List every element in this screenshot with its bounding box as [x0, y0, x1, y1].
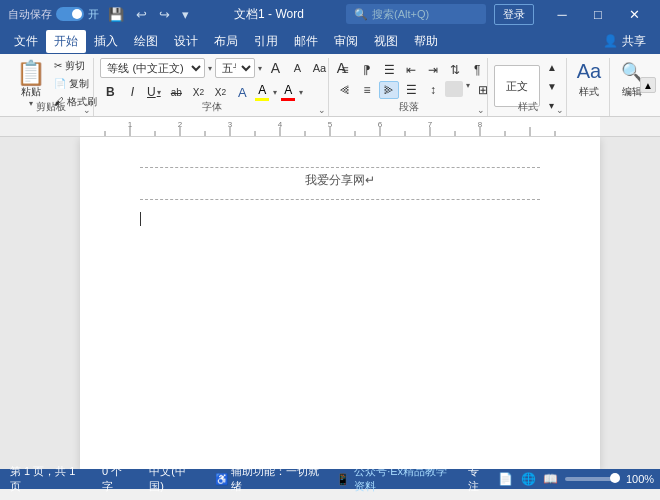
web-view-button[interactable]: 🌐: [520, 471, 536, 487]
bold-button[interactable]: B: [100, 82, 120, 102]
bullets-button[interactable]: ≡: [335, 61, 355, 79]
ruler: 1 2 3 4 5 6 7 8: [0, 117, 660, 137]
align-left-button[interactable]: ⫷: [335, 81, 355, 99]
style-scroll-up[interactable]: ▲: [542, 58, 562, 76]
font-size-arrow[interactable]: ▾: [257, 64, 263, 73]
autosave-on-label: 开: [88, 7, 99, 22]
justify-button[interactable]: ☰: [401, 81, 421, 99]
numbering-button[interactable]: ⁋: [357, 61, 377, 79]
multilevel-list-button[interactable]: ☰: [379, 61, 399, 79]
document-title: 文档1 - Word: [192, 6, 346, 23]
left-margin: [0, 137, 80, 469]
styles-pane-label: 样式: [579, 85, 599, 99]
menu-layout[interactable]: 布局: [206, 30, 246, 53]
close-button[interactable]: ✕: [616, 0, 652, 28]
font-decrease-button[interactable]: A: [287, 58, 307, 78]
highlight-icon: A: [258, 83, 266, 97]
undo-icon[interactable]: ↩: [133, 5, 150, 24]
title-bar-icons: 💾 ↩ ↪ ▾: [105, 5, 192, 24]
paragraph-content: ≡ ⁋ ☰ ⇤ ⇥ ⇅ ¶ ⫷ ≡ ⫸ ☰ ↕: [335, 58, 483, 102]
strikethrough-button[interactable]: ab: [166, 82, 186, 102]
change-case-button[interactable]: Aa: [309, 58, 329, 78]
paste-label: 粘贴: [21, 85, 41, 99]
font-color-arrow[interactable]: ▾: [298, 88, 304, 97]
menu-home[interactable]: 开始: [46, 30, 86, 53]
svg-text:4: 4: [278, 120, 283, 129]
page-info[interactable]: 第 1 页，共 1 页: [6, 463, 88, 495]
font-color-button[interactable]: A: [280, 82, 296, 102]
menu-draw[interactable]: 绘图: [126, 30, 166, 53]
svg-text:2: 2: [178, 120, 183, 129]
font-expand-icon[interactable]: ⌄: [318, 105, 326, 115]
cut-button[interactable]: ✂ 剪切: [52, 58, 99, 74]
decrease-indent-button[interactable]: ⇤: [401, 61, 421, 79]
menu-design[interactable]: 设计: [166, 30, 206, 53]
paragraph-expand-icon[interactable]: ⌄: [477, 105, 485, 115]
sort-button[interactable]: ⇅: [445, 61, 465, 79]
font-face-select[interactable]: 等线 (中文正文): [100, 58, 205, 78]
svg-text:6: 6: [378, 120, 383, 129]
italic-button[interactable]: I: [122, 82, 142, 102]
editing-group: Aa 样式: [569, 58, 610, 116]
header-text: 我爱分享网↵: [140, 172, 540, 189]
subscript-button[interactable]: X2: [188, 82, 208, 102]
collapse-ribbon-button[interactable]: ▲: [640, 77, 656, 93]
underline-button[interactable]: U ▾: [144, 82, 164, 102]
underline-arrow[interactable]: ▾: [156, 88, 162, 97]
font-color-icon: A: [284, 83, 292, 97]
customize-icon[interactable]: ▾: [179, 5, 192, 24]
zoom-slider[interactable]: [565, 477, 620, 481]
search-box[interactable]: 🔍: [346, 4, 486, 24]
styles-expand-icon[interactable]: ⌄: [556, 105, 564, 115]
style-scroll-down[interactable]: ▼: [542, 77, 562, 95]
highlight-arrow[interactable]: ▾: [272, 88, 278, 97]
autosave-toggle[interactable]: [56, 7, 84, 21]
text-effects-button[interactable]: A: [232, 82, 252, 102]
styles-pane-button[interactable]: Aa 样式: [571, 58, 607, 100]
page-content: 我爱分享网↵: [80, 137, 600, 260]
styles-group: 正文 ▲ ▼ ▾ 样式 ⌄: [490, 58, 567, 116]
title-bar: 自动保存 开 💾 ↩ ↪ ▾ 文档1 - Word 🔍 登录 ─ □ ✕: [0, 0, 660, 28]
clipboard-expand-icon[interactable]: ⌄: [83, 105, 91, 115]
font-increase-button[interactable]: A: [265, 58, 285, 78]
redo-icon[interactable]: ↪: [156, 5, 173, 24]
increase-indent-button[interactable]: ⇥: [423, 61, 443, 79]
align-center-button[interactable]: ≡: [357, 81, 377, 99]
document-page[interactable]: 我爱分享网↵: [80, 137, 600, 469]
ruler-inner: 1 2 3 4 5 6 7 8: [80, 117, 600, 136]
share-button[interactable]: 👤 共享: [595, 31, 654, 52]
menu-review[interactable]: 审阅: [326, 30, 366, 53]
font-face-arrow[interactable]: ▾: [207, 64, 213, 73]
ruler-svg: 1 2 3 4 5 6 7 8: [80, 117, 600, 137]
align-right-button[interactable]: ⫸: [379, 81, 399, 99]
show-marks-button[interactable]: ¶: [467, 61, 487, 79]
print-view-button[interactable]: 📄: [498, 471, 514, 487]
shading-button[interactable]: [445, 81, 463, 97]
minimize-button[interactable]: ─: [544, 0, 580, 28]
menu-references[interactable]: 引用: [246, 30, 286, 53]
clipboard-group: 📋 粘贴 ▾ ✂ 剪切 📄 复制 🖌 格式刷 剪贴板 ⌄: [8, 58, 94, 116]
font-size-select[interactable]: 五号: [215, 58, 255, 78]
para-row-1: ≡ ⁋ ☰ ⇤ ⇥ ⇅ ¶: [335, 61, 501, 79]
menu-view[interactable]: 视图: [366, 30, 406, 53]
maximize-button[interactable]: □: [580, 0, 616, 28]
highlight-button[interactable]: A: [254, 82, 270, 102]
search-input[interactable]: [372, 8, 472, 20]
zoom-thumb: [610, 473, 620, 483]
svg-text:8: 8: [478, 120, 483, 129]
line-spacing-button[interactable]: ↕: [423, 81, 443, 99]
svg-text:1: 1: [128, 120, 133, 129]
save-icon[interactable]: 💾: [105, 5, 127, 24]
read-view-button[interactable]: 📖: [543, 471, 559, 487]
autosave-label: 自动保存: [8, 7, 52, 22]
signin-button[interactable]: 登录: [494, 4, 534, 25]
shading-arrow[interactable]: ▾: [465, 81, 471, 99]
menu-help[interactable]: 帮助: [406, 30, 446, 53]
copy-button[interactable]: 📄 复制: [52, 76, 99, 92]
menu-insert[interactable]: 插入: [86, 30, 126, 53]
menu-mailings[interactable]: 邮件: [286, 30, 326, 53]
cursor-area[interactable]: [140, 210, 540, 230]
accessibility-icon: ♿: [215, 473, 229, 486]
superscript-button[interactable]: X2: [210, 82, 230, 102]
menu-file[interactable]: 文件: [6, 30, 46, 53]
